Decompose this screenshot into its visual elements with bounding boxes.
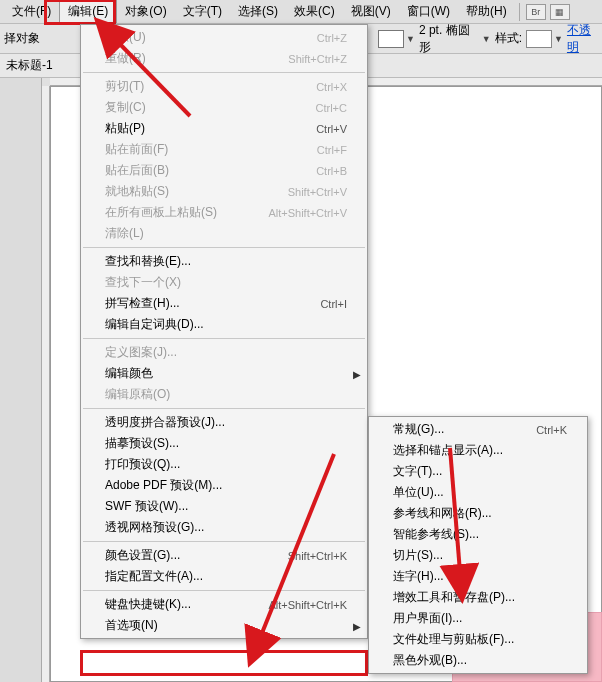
- menu-item-label: 文字(T)...: [393, 463, 442, 480]
- edit-menu-item[interactable]: 拼写检查(H)...Ctrl+I: [81, 293, 367, 314]
- pref-submenu-item[interactable]: 黑色外观(B)...: [369, 650, 587, 671]
- menu-effect[interactable]: 效果(C): [286, 1, 343, 22]
- grid-icon[interactable]: ▦: [550, 4, 570, 20]
- edit-menu-item[interactable]: 指定配置文件(A)...: [81, 566, 367, 587]
- menu-item-label: 编辑原稿(O): [105, 386, 170, 403]
- edit-menu-separator: [83, 338, 365, 339]
- menu-object[interactable]: 对象(O): [117, 1, 174, 22]
- style-swatch-dd[interactable]: ▼: [526, 30, 563, 48]
- menu-item-label: 粘贴(P): [105, 120, 145, 137]
- menu-item-label: Adobe PDF 预设(M)...: [105, 477, 222, 494]
- pref-submenu-item[interactable]: 智能参考线(S)...: [369, 524, 587, 545]
- pref-submenu-item[interactable]: 切片(S)...: [369, 545, 587, 566]
- menu-select[interactable]: 选择(S): [230, 1, 286, 22]
- pref-submenu-item[interactable]: 参考线和网格(R)...: [369, 503, 587, 524]
- opacity-link[interactable]: 不透明: [567, 22, 602, 56]
- menu-item-shortcut: Ctrl+Z: [293, 32, 347, 44]
- document-tab[interactable]: 未标题-1: [6, 57, 53, 74]
- menu-item-label: 贴在后面(B): [105, 162, 169, 179]
- menu-item-label: 清除(L): [105, 225, 144, 242]
- menu-window[interactable]: 窗口(W): [399, 1, 458, 22]
- menu-view[interactable]: 视图(V): [343, 1, 399, 22]
- menu-type[interactable]: 文字(T): [175, 1, 230, 22]
- edit-menu-item[interactable]: 颜色设置(G)...Shift+Ctrl+K: [81, 545, 367, 566]
- pref-submenu-item[interactable]: 常规(G)...Ctrl+K: [369, 419, 587, 440]
- menu-item-shortcut: Shift+Ctrl+Z: [264, 53, 347, 65]
- menu-item-label: 重做(R): [105, 50, 146, 67]
- edit-menu-item[interactable]: 首选项(N)▶: [81, 615, 367, 636]
- pref-submenu-item[interactable]: 连字(H)...: [369, 566, 587, 587]
- pref-submenu-item[interactable]: 文件处理与剪贴板(F)...: [369, 629, 587, 650]
- preferences-submenu: 常规(G)...Ctrl+K选择和锚点显示(A)...文字(T)...单位(U)…: [368, 416, 588, 674]
- dropdown-arrow-icon: ▼: [406, 34, 415, 44]
- edit-menu-item[interactable]: Adobe PDF 预设(M)...: [81, 475, 367, 496]
- edit-menu-item[interactable]: 查找和替换(E)...: [81, 251, 367, 272]
- menubar-divider: [519, 3, 520, 21]
- menu-item-label: 拼写检查(H)...: [105, 295, 180, 312]
- edit-menu-item[interactable]: 打印预设(Q)...: [81, 454, 367, 475]
- bridge-icon[interactable]: Br: [526, 4, 546, 20]
- menu-item-label: 常规(G)...: [393, 421, 444, 438]
- menu-item-label: 透明度拼合器预设(J)...: [105, 414, 225, 431]
- menu-item-shortcut: Ctrl+X: [292, 81, 347, 93]
- pref-submenu-item[interactable]: 选择和锚点显示(A)...: [369, 440, 587, 461]
- menu-item-label: 单位(U)...: [393, 484, 444, 501]
- menu-item-label: 首选项(N): [105, 617, 158, 634]
- edit-menu-separator: [83, 590, 365, 591]
- stroke-width-dd[interactable]: 2 pt. 椭圆形 ▼: [419, 22, 491, 56]
- menu-item-label: 连字(H)...: [393, 568, 444, 585]
- edit-menu-item: 编辑原稿(O): [81, 384, 367, 405]
- menu-item-label: 增效工具和暂存盘(P)...: [393, 589, 515, 606]
- edit-menu-item[interactable]: 编辑颜色▶: [81, 363, 367, 384]
- pref-submenu-item[interactable]: 文字(T)...: [369, 461, 587, 482]
- pref-submenu-item[interactable]: 增效工具和暂存盘(P)...: [369, 587, 587, 608]
- edit-menu-item[interactable]: 键盘快捷键(K)...Alt+Shift+Ctrl+K: [81, 594, 367, 615]
- edit-menu-item[interactable]: 透视网格预设(G)...: [81, 517, 367, 538]
- menu-item-label: 选择和锚点显示(A)...: [393, 442, 503, 459]
- menu-item-label: 就地粘贴(S): [105, 183, 169, 200]
- edit-menu-item[interactable]: 粘贴(P)Ctrl+V: [81, 118, 367, 139]
- menu-item-label: 用户界面(I)...: [393, 610, 462, 627]
- edit-menu-item: 在所有画板上粘贴(S)Alt+Shift+Ctrl+V: [81, 202, 367, 223]
- menu-item-label: 黑色外观(B)...: [393, 652, 467, 669]
- menu-item-shortcut: Ctrl+V: [292, 123, 347, 135]
- edit-menu-item: 清除(L): [81, 223, 367, 244]
- menu-item-shortcut: Ctrl+C: [292, 102, 347, 114]
- menu-file[interactable]: 文件(F): [4, 1, 59, 22]
- menu-item-label: 切片(S)...: [393, 547, 443, 564]
- menu-item-label: 定义图案(J)...: [105, 344, 177, 361]
- menu-item-label: 复制(C): [105, 99, 146, 116]
- edit-menu-item[interactable]: 透明度拼合器预设(J)...: [81, 412, 367, 433]
- menu-item-label: 指定配置文件(A)...: [105, 568, 203, 585]
- pref-submenu-item[interactable]: 用户界面(I)...: [369, 608, 587, 629]
- edit-menu-separator: [83, 247, 365, 248]
- stroke-swatch-dd[interactable]: ▼: [378, 30, 415, 48]
- tool-panel: [0, 78, 42, 682]
- menu-item-label: 还原(U): [105, 29, 146, 46]
- menu-item-label: 打印预设(Q)...: [105, 456, 180, 473]
- ruler-vertical: [42, 86, 50, 682]
- edit-menu-item: 定义图案(J)...: [81, 342, 367, 363]
- select-object-label: 择对象: [4, 30, 40, 47]
- menu-item-label: 参考线和网格(R)...: [393, 505, 492, 522]
- menu-item-shortcut: Ctrl+I: [296, 298, 347, 310]
- menu-item-label: 键盘快捷键(K)...: [105, 596, 191, 613]
- menu-item-label: 编辑颜色: [105, 365, 153, 382]
- edit-menu-item: 还原(U)Ctrl+Z: [81, 27, 367, 48]
- edit-menu-item[interactable]: SWF 预设(W)...: [81, 496, 367, 517]
- menu-item-label: 查找下一个(X): [105, 274, 181, 291]
- menu-item-label: 查找和替换(E)...: [105, 253, 191, 270]
- dropdown-arrow-icon: ▼: [482, 34, 491, 44]
- menu-item-label: 描摹预设(S)...: [105, 435, 179, 452]
- edit-menu-item[interactable]: 描摹预设(S)...: [81, 433, 367, 454]
- menu-edit[interactable]: 编辑(E): [59, 0, 117, 23]
- stroke-width-label: 2 pt. 椭圆形: [419, 22, 480, 56]
- pref-submenu-item[interactable]: 单位(U)...: [369, 482, 587, 503]
- menu-item-label: 剪切(T): [105, 78, 144, 95]
- menu-help[interactable]: 帮助(H): [458, 1, 515, 22]
- edit-menu-item[interactable]: 编辑自定词典(D)...: [81, 314, 367, 335]
- edit-menu-item: 查找下一个(X): [81, 272, 367, 293]
- menu-item-label: 文件处理与剪贴板(F)...: [393, 631, 514, 648]
- menu-item-shortcut: Ctrl+F: [293, 144, 347, 156]
- menu-item-shortcut: Ctrl+K: [512, 424, 567, 436]
